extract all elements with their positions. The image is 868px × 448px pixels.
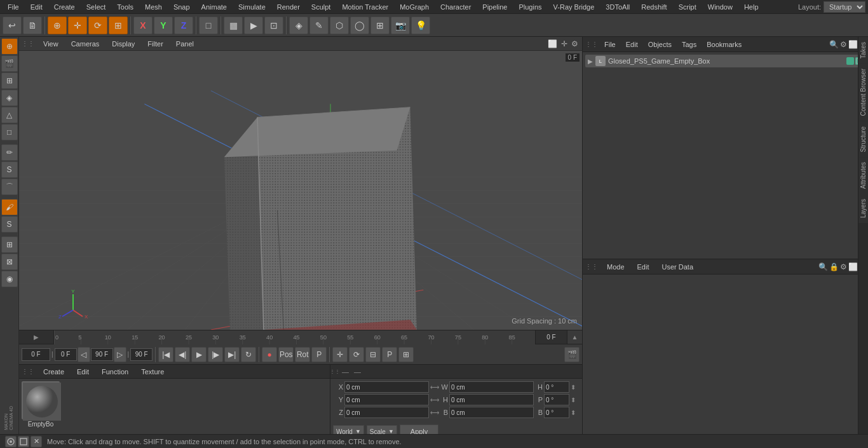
attr-lock-icon[interactable]: 🔒	[829, 262, 839, 271]
loop-btn[interactable]: ↻	[241, 347, 256, 362]
uv-btn[interactable]: ⊠	[1, 254, 18, 270]
end-frame-field[interactable]	[130, 348, 153, 361]
menu-vray[interactable]: V-Ray Bridge	[548, 2, 600, 12]
menu-select[interactable]: Select	[81, 2, 111, 12]
attr-expand-icon[interactable]: ⬜	[848, 262, 858, 271]
object-row[interactable]: ▶ L Glosed_PS5_Game_Empty_Box	[585, 55, 865, 67]
menu-redshift[interactable]: Redshift	[636, 2, 672, 12]
scale-tool-button[interactable]: ⊞	[109, 17, 128, 34]
menu-script[interactable]: Script	[674, 2, 702, 12]
menu-motion-tracker[interactable]: Motion Tracker	[337, 2, 393, 12]
status-mode-icon1[interactable]	[5, 436, 17, 447]
vp-menu-view[interactable]: View	[39, 39, 62, 49]
x-pos-input[interactable]	[344, 381, 429, 393]
attr-search-icon[interactable]: 🔍	[818, 262, 828, 271]
obj-menu-tags[interactable]: Tags	[678, 39, 700, 50]
menu-mograph[interactable]: MoGraph	[395, 2, 434, 12]
frame-indicator[interactable]: 0 F	[535, 330, 567, 344]
vp-maximize-icon[interactable]: ⬜	[546, 39, 559, 48]
new-object-button[interactable]: □	[199, 17, 218, 34]
preview-end-field[interactable]	[91, 348, 113, 361]
spline-btn[interactable]: S	[1, 161, 18, 178]
vp-settings-icon[interactable]: ⚙	[570, 39, 580, 48]
attr-menu-userdata[interactable]: User Data	[658, 262, 698, 272]
move-key-btn[interactable]: ✛	[332, 347, 348, 362]
p-rot-input[interactable]	[544, 394, 569, 405]
layout-dropdown[interactable]: Startup	[824, 1, 865, 13]
rotate-key-btn[interactable]: ⟳	[349, 347, 364, 362]
menu-pipeline[interactable]: Pipeline	[477, 2, 512, 12]
vp-menu-cameras[interactable]: Cameras	[67, 39, 104, 49]
model-mode-button[interactable]: ⊕	[48, 17, 67, 34]
menu-create[interactable]: Create	[49, 2, 80, 12]
mat-menu-edit[interactable]: Edit	[73, 367, 93, 377]
tab-content-browser[interactable]: Content Browser	[858, 64, 868, 121]
poly-mode-button[interactable]: ⬡	[330, 17, 349, 34]
menu-render[interactable]: Render	[272, 2, 305, 12]
object-mode-btn[interactable]: ⊕	[1, 38, 18, 55]
next-frame-btn[interactable]: |▶	[208, 347, 223, 362]
tab-structure[interactable]: Structure	[858, 121, 868, 158]
menu-animate[interactable]: Animate	[196, 2, 232, 12]
status-mode-icon2[interactable]	[18, 436, 29, 447]
goto-start-btn[interactable]: |◀	[158, 347, 173, 362]
vp-move-icon[interactable]: ✛	[560, 39, 569, 48]
key-frame-btn[interactable]: P	[382, 347, 397, 362]
menu-tools[interactable]: Tools	[112, 2, 139, 12]
undo-button[interactable]: ↩	[3, 17, 22, 34]
timeline-container[interactable]: 0 5 10 15 20 25 30 35	[54, 330, 535, 344]
y-size-input[interactable]	[449, 394, 534, 405]
z-axis-button[interactable]: Z	[174, 17, 193, 34]
obj-menu-file[interactable]: File	[600, 39, 620, 50]
set-end-btn[interactable]: ▷	[114, 347, 126, 362]
tab-takes[interactable]: Takes	[858, 37, 868, 64]
z-pos-input[interactable]	[344, 407, 429, 418]
menu-character[interactable]: Character	[435, 2, 476, 12]
menu-file[interactable]: File	[3, 2, 24, 12]
render-all-button[interactable]: ⊡	[264, 17, 283, 34]
render-active-button[interactable]: ▶	[244, 17, 263, 34]
obj-expand-arrow[interactable]: ▶	[588, 58, 593, 65]
mat-menu-function[interactable]: Function	[98, 367, 132, 377]
obj-expand-icon[interactable]: ⬜	[848, 40, 858, 49]
arc-btn[interactable]: ⌒	[1, 179, 18, 195]
vp-menu-filter[interactable]: Filter	[144, 39, 166, 49]
obj-menu-objects[interactable]: Objects	[644, 39, 675, 50]
attr-menu-mode[interactable]: Mode	[603, 262, 628, 272]
material-item[interactable]: EmptyBo	[22, 381, 60, 428]
tab-attributes[interactable]: Attributes	[858, 157, 868, 194]
goto-end-btn[interactable]: ▶|	[224, 347, 240, 362]
h-rot-input[interactable]	[544, 381, 569, 393]
attr-menu-edit[interactable]: Edit	[634, 262, 653, 272]
mat-menu-texture[interactable]: Texture	[137, 367, 168, 377]
render-region-button[interactable]: ▦	[224, 17, 243, 34]
grid-button[interactable]: ⊞	[370, 17, 390, 34]
edit-mode-button[interactable]: ✎	[309, 17, 329, 34]
timeline-ruler[interactable]: ▶ 0 5 10 15 20	[19, 330, 582, 344]
menu-simulate[interactable]: Simulate	[233, 2, 271, 12]
vp-menu-display[interactable]: Display	[108, 39, 139, 49]
x-size-input[interactable]	[449, 381, 534, 393]
move-tool-button[interactable]: ✛	[68, 17, 87, 34]
perspective-button[interactable]: ◈	[289, 17, 308, 34]
menu-edit[interactable]: Edit	[25, 2, 48, 12]
frame-expand[interactable]: ▲	[567, 330, 582, 344]
visibility-dot[interactable]	[846, 57, 854, 65]
edge-btn[interactable]: □	[1, 124, 18, 140]
status-close-btn[interactable]: ✕	[31, 436, 42, 447]
obj-search-icon[interactable]: 🔍	[829, 40, 839, 49]
draw-btn[interactable]: ✏	[1, 144, 18, 161]
menu-plugins[interactable]: Plugins	[513, 2, 546, 12]
obj-menu-edit[interactable]: Edit	[622, 39, 642, 50]
record-sca-btn[interactable]: P	[311, 347, 327, 362]
camera-button[interactable]: 📷	[391, 17, 410, 34]
viewport[interactable]: Perspective	[19, 51, 582, 330]
z-size-input[interactable]	[449, 407, 534, 418]
vertex-btn[interactable]: △	[1, 107, 18, 123]
poly-btn[interactable]: ◈	[1, 90, 18, 106]
record-pos-btn[interactable]: Pos	[278, 347, 294, 362]
menu-3dtoall[interactable]: 3DToAll	[600, 2, 635, 12]
record-rot-btn[interactable]: Rot	[295, 347, 310, 362]
b-rot-input[interactable]	[544, 407, 569, 418]
redo-button[interactable]: 🗎	[23, 17, 42, 34]
